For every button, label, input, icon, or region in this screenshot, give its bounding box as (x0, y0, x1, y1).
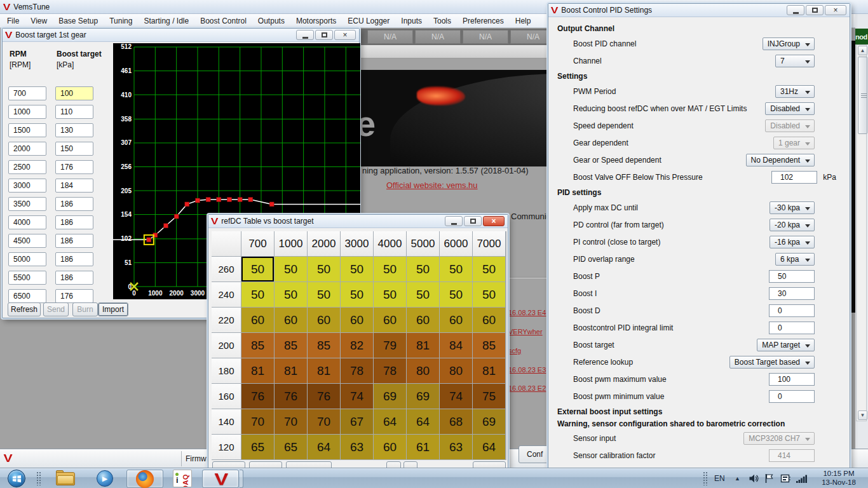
refdc-cell[interactable]: 50 (308, 257, 340, 281)
boost-target-field[interactable]: 130 (55, 123, 93, 137)
menu-item-inputs[interactable]: Inputs (395, 15, 428, 27)
maximize-button[interactable] (806, 5, 824, 15)
refdc-cell[interactable]: 60 (308, 308, 340, 332)
refdc-cell[interactable]: 50 (374, 282, 406, 307)
rpm-field[interactable]: 700 (8, 86, 46, 100)
refdc-cell[interactable]: 50 (341, 257, 373, 281)
channel-dropdown[interactable]: 7 (775, 55, 815, 67)
refdc-cell[interactable]: 64 (407, 409, 439, 434)
refdc-cell[interactable]: 85 (275, 333, 307, 358)
tray-chevron-icon[interactable]: ▲ (735, 475, 740, 482)
rpm-field[interactable]: 1500 (8, 123, 46, 137)
tray-grip-icon[interactable] (703, 471, 709, 485)
menu-item-preferences[interactable]: Preferences (457, 15, 510, 27)
close-button[interactable]: × (334, 30, 356, 40)
menu-item-motorsports[interactable]: Motorsports (290, 15, 342, 27)
refdc-cell[interactable]: 81 (275, 358, 307, 383)
explorer-taskbar-button[interactable] (56, 472, 75, 485)
refdc-cell[interactable]: 50 (374, 257, 406, 281)
pid-titlebar[interactable]: V Boost Control PID Settings × (548, 4, 850, 17)
close-button[interactable]: × (483, 216, 505, 226)
taskbar-clock[interactable]: 10:15 PM 13-Nov-18 (812, 469, 865, 488)
rpm-field[interactable]: 5500 (8, 271, 46, 285)
menu-item-ecu-logger[interactable]: ECU Logger (342, 15, 395, 27)
idaq-taskbar-button[interactable]: iDAQ (173, 470, 192, 487)
firefox-taskbar-button[interactable] (126, 470, 163, 488)
start-button[interactable] (8, 470, 25, 487)
refdc-cell[interactable]: 60 (341, 308, 373, 332)
pwm-period-dropdown[interactable]: 31Hz (775, 85, 815, 98)
refdc-cell[interactable]: 69 (407, 384, 439, 409)
refdc-cell[interactable]: 67 (341, 409, 373, 434)
refdc-cell[interactable]: 63 (440, 435, 472, 459)
menu-item-base-setup[interactable]: Base Setup (53, 15, 104, 27)
minimize-button[interactable] (445, 216, 463, 226)
refdc-cell[interactable]: 81 (407, 333, 439, 358)
scroll-down-icon[interactable]: ▼ (858, 410, 867, 420)
rpm-field[interactable]: 3000 (8, 179, 46, 193)
boost-i-input[interactable]: 30 (769, 287, 815, 300)
background-link[interactable]: 16.08.23 E4 (508, 309, 546, 316)
rpm-field[interactable]: 3500 (8, 197, 46, 211)
refdc-cell[interactable]: 69 (473, 409, 505, 434)
refdc-cell[interactable]: 64 (374, 409, 406, 434)
boost-pwm-maximum-value-input[interactable]: 100 (769, 373, 815, 386)
rpm-field[interactable]: 5000 (8, 252, 46, 266)
pid-overlap-range-dropdown[interactable]: 6 kpa (775, 253, 815, 266)
refresh-button[interactable]: Refresh (8, 302, 41, 316)
device-board-icon[interactable] (780, 473, 791, 484)
refdc-cell[interactable]: 84 (440, 333, 472, 358)
refdc-cell[interactable]: 50 (440, 257, 472, 281)
apply-max-dc-until-dropdown[interactable]: -30 kpa (770, 201, 815, 214)
refdc-cell[interactable]: 61 (407, 435, 439, 459)
refdc-cell[interactable]: 65 (275, 435, 307, 459)
background-link[interactable]: VERYwher (508, 328, 543, 336)
refdc-cell[interactable]: 74 (440, 384, 472, 409)
refdc-cell[interactable]: 70 (308, 409, 340, 434)
import-button[interactable]: Import (98, 302, 128, 316)
refdc-cell[interactable]: 80 (407, 358, 439, 383)
boost-target-field[interactable]: 186 (55, 234, 93, 248)
refdc-cell[interactable]: 82 (341, 333, 373, 358)
rpm-field[interactable]: 2500 (8, 160, 46, 174)
scroll-up-icon[interactable]: ▲ (858, 46, 867, 55)
background-link[interactable]: 16.08.23 E2 (508, 384, 546, 392)
refdc-cell[interactable]: 81 (308, 358, 340, 383)
refdc-cell[interactable]: 78 (341, 358, 373, 383)
refdc-cell[interactable]: 50 (241, 257, 274, 281)
action-center-flag-icon[interactable] (764, 473, 774, 484)
rpm-field[interactable]: 4500 (8, 234, 46, 248)
boost-target-field[interactable]: 176 (55, 160, 93, 174)
gear-or-speed-dependent-dropdown[interactable]: No Dependent (746, 154, 815, 166)
vemstune-taskbar-button[interactable]: V (202, 470, 239, 488)
reference-lookup-dropdown[interactable]: Boost Target based (729, 356, 815, 369)
right-scrollbar[interactable]: ▲ ▼ (856, 44, 867, 421)
refdc-cell[interactable]: 50 (308, 282, 340, 307)
maximize-button[interactable] (464, 216, 482, 226)
refdc-cell[interactable]: 79 (374, 333, 406, 358)
refdc-cell[interactable]: 60 (440, 308, 472, 332)
boost-target-field[interactable]: 186 (55, 215, 93, 229)
refdc-cell[interactable]: 70 (241, 409, 274, 434)
maximize-button[interactable] (315, 30, 333, 40)
rpm-field[interactable]: 1000 (8, 105, 46, 119)
refdc-titlebar[interactable]: V refDC Table vs boost target × (208, 215, 508, 228)
network-signal-icon[interactable] (796, 473, 808, 484)
menu-item-help[interactable]: Help (510, 15, 537, 27)
menu-item-tools[interactable]: Tools (428, 15, 457, 27)
vemstune-stacked-window-indicator[interactable] (240, 470, 243, 488)
refdc-cell[interactable]: 85 (308, 333, 340, 358)
official-website-link[interactable]: Official website: vems.hu (386, 180, 478, 190)
boost-target-field[interactable]: 186 (55, 252, 93, 266)
menu-item-view[interactable]: View (25, 15, 53, 27)
refdc-cell[interactable]: 69 (374, 384, 406, 409)
boost-target-field[interactable]: 186 (55, 197, 93, 211)
refdc-cell[interactable]: 85 (241, 333, 274, 358)
background-link[interactable]: 16.08.23 E3 (508, 366, 546, 374)
boost-target-field[interactable]: 184 (55, 179, 93, 193)
refdc-cell[interactable]: 50 (241, 282, 274, 307)
close-button[interactable]: × (825, 5, 846, 15)
reducing-boost-refdc-when-over-mat-egt-limits-dropdown[interactable]: Disabled (765, 102, 815, 115)
refdc-cell[interactable]: 76 (308, 384, 340, 409)
boost-pwm-minimum-value-input[interactable]: 0 (769, 390, 815, 403)
